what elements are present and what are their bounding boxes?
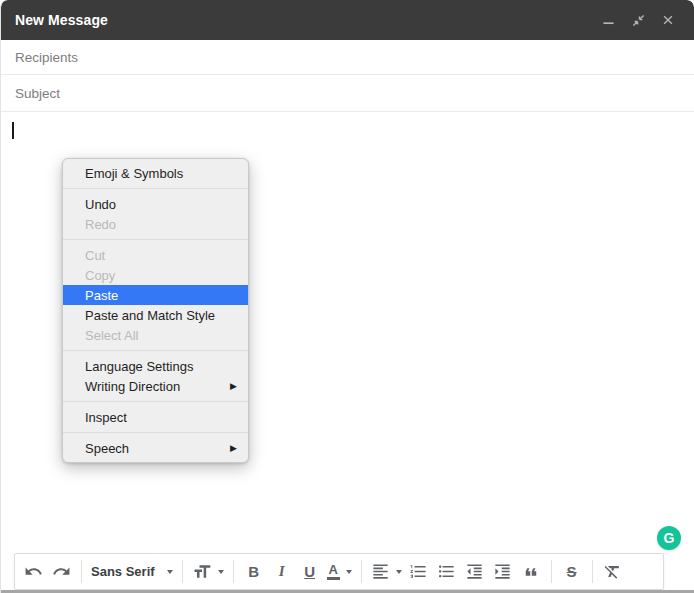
menu-separator xyxy=(63,239,248,240)
toolbar-divider xyxy=(81,560,82,583)
chevron-down-icon xyxy=(396,570,402,574)
submenu-arrow-icon: ▶ xyxy=(230,382,237,391)
menu-separator xyxy=(63,188,248,189)
compose-window: New Message Recipients Subject xyxy=(0,0,694,593)
minimize-icon[interactable] xyxy=(598,10,618,30)
underline-icon: U xyxy=(304,564,315,579)
numbered-list-button[interactable] xyxy=(405,557,433,587)
toolbar-divider xyxy=(361,560,362,583)
undo-icon xyxy=(24,562,43,581)
menu-item-redo: Redo xyxy=(63,214,248,234)
menu-item-inspect[interactable]: Inspect xyxy=(63,407,248,427)
font-family-button[interactable]: Sans Serif xyxy=(88,557,176,587)
recipients-field[interactable]: Recipients xyxy=(1,40,694,75)
numbered-list-icon xyxy=(409,562,428,581)
chevron-down-icon xyxy=(346,570,352,574)
menu-item-language-settings[interactable]: Language Settings xyxy=(63,356,248,376)
align-button[interactable] xyxy=(368,557,405,587)
italic-button[interactable]: I xyxy=(268,557,296,587)
formatting-toolbar: Sans Serif B I U A xyxy=(14,553,664,590)
quote-button[interactable] xyxy=(517,557,545,587)
indent-more-icon xyxy=(493,562,512,581)
menu-item-emoji-symbols[interactable]: Emoji & Symbols xyxy=(63,163,248,183)
remove-formatting-button[interactable] xyxy=(599,557,627,587)
chevron-down-icon xyxy=(218,570,224,574)
window-title: New Message xyxy=(15,12,108,28)
indent-more-button[interactable] xyxy=(489,557,517,587)
recipients-placeholder: Recipients xyxy=(15,50,78,65)
context-menu: Emoji & Symbols Undo Redo Cut Copy Paste… xyxy=(62,158,249,463)
remove-formatting-icon xyxy=(603,562,622,581)
bulleted-list-button[interactable] xyxy=(433,557,461,587)
bulleted-list-icon xyxy=(437,562,456,581)
toolbar-divider xyxy=(182,560,183,583)
strikethrough-icon: S xyxy=(567,564,577,579)
text-color-button[interactable]: A xyxy=(324,557,355,587)
font-size-button[interactable] xyxy=(189,557,227,587)
bold-button[interactable]: B xyxy=(240,557,268,587)
menu-item-speech[interactable]: Speech ▶ xyxy=(63,438,248,458)
submenu-arrow-icon: ▶ xyxy=(230,444,237,453)
redo-icon xyxy=(52,562,71,581)
redo-button[interactable] xyxy=(47,557,75,587)
menu-item-paste-match-style[interactable]: Paste and Match Style xyxy=(63,305,248,325)
toolbar-divider xyxy=(233,560,234,583)
window-controls xyxy=(598,10,678,30)
titlebar[interactable]: New Message xyxy=(1,0,694,40)
chevron-down-icon xyxy=(167,570,173,574)
quote-icon xyxy=(522,563,540,581)
text-cursor xyxy=(12,122,14,139)
bold-icon: B xyxy=(248,564,259,579)
menu-item-cut: Cut xyxy=(63,245,248,265)
menu-item-copy: Copy xyxy=(63,265,248,285)
strikethrough-button[interactable]: S xyxy=(558,557,586,587)
toolbar-divider xyxy=(592,560,593,583)
menu-item-paste[interactable]: Paste xyxy=(63,285,248,305)
toolbar-divider xyxy=(551,560,552,583)
indent-less-button[interactable] xyxy=(461,557,489,587)
undo-button[interactable] xyxy=(19,557,47,587)
close-icon[interactable] xyxy=(658,10,678,30)
subject-placeholder: Subject xyxy=(15,86,60,101)
align-left-icon xyxy=(371,562,390,581)
menu-separator xyxy=(63,350,248,351)
menu-item-writing-direction[interactable]: Writing Direction ▶ xyxy=(63,376,248,396)
underline-button[interactable]: U xyxy=(296,557,324,587)
italic-icon: I xyxy=(279,564,285,579)
menu-item-select-all: Select All xyxy=(63,325,248,345)
subject-field[interactable]: Subject xyxy=(1,75,694,112)
grammarly-g-icon: G xyxy=(664,530,675,546)
indent-less-icon xyxy=(465,562,484,581)
font-size-icon xyxy=(192,562,212,582)
message-body[interactable]: Emoji & Symbols Undo Redo Cut Copy Paste… xyxy=(1,112,694,553)
menu-item-undo[interactable]: Undo xyxy=(63,194,248,214)
menu-separator xyxy=(63,432,248,433)
exit-fullscreen-icon[interactable] xyxy=(628,10,648,30)
text-color-icon: A xyxy=(327,563,340,580)
menu-separator xyxy=(63,401,248,402)
grammarly-badge[interactable]: G xyxy=(657,526,681,550)
